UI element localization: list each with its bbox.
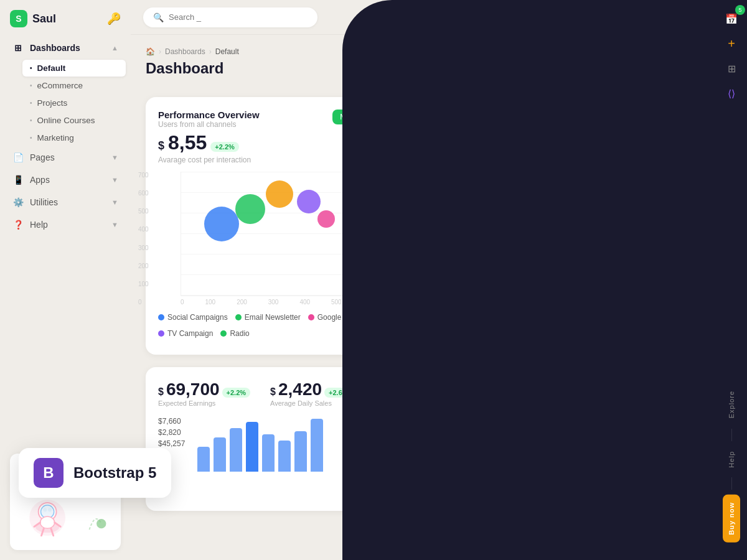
buy-label[interactable]: Buy now: [723, 495, 740, 543]
legend-dot-tv: [158, 330, 164, 337]
astronaut-illustration: [17, 493, 113, 543]
breadcrumb-home[interactable]: 🏠: [146, 47, 155, 56]
author-avatar-3: 🧔: [442, 279, 466, 302]
earnings-label-2: Average Daily Sales: [270, 399, 352, 407]
view-button-1[interactable]: →: [657, 213, 675, 231]
legend-label-radio: Radio: [230, 329, 249, 338]
table-row: 👨 Guy Hawkins Haiti 78.34% →: [442, 205, 688, 240]
bootstrap-icon: B: [34, 458, 63, 488]
legend-label-tv: TV Campaign: [167, 329, 213, 338]
saas-icon: 🖥️: [454, 144, 470, 159]
chart-container: 700 600 500 400 300 200 100 0: [158, 172, 405, 306]
grid-rp-icon[interactable]: ⊞: [720, 57, 743, 80]
nav-sub-ecommerce[interactable]: eCommerce: [22, 77, 126, 94]
dollar-sign-2: $: [270, 386, 276, 398]
apps-chevron: ▼: [111, 176, 118, 184]
cat-tab-saas[interactable]: 🖥️ SaaS: [442, 139, 482, 175]
svg-point-10: [48, 508, 52, 512]
topbar: 🔍 📅 🔔 👩 ⚙️: [131, 0, 716, 35]
help-chevron: ▼: [111, 221, 118, 228]
search-box[interactable]: 🔍: [143, 7, 317, 27]
view-button-4[interactable]: →: [657, 316, 675, 334]
utilities-icon: ⚙️: [12, 197, 24, 208]
amount-3: $45,257: [158, 439, 185, 448]
nav-sub-online-courses[interactable]: Online Courses: [22, 112, 126, 129]
sales-goal: Another $48,346 to Goal: [442, 432, 688, 441]
legend-label-email: Email Newsletter: [245, 313, 301, 322]
view-button-2[interactable]: →: [657, 248, 675, 265]
earnings-metrics: $ 69,700 +2.2% Expected Earnings $ 2,420…: [158, 380, 405, 407]
author-name-2: Jane Cooper: [472, 248, 521, 258]
authors-table-header: AUTHOR CONV. CHART VIEW: [442, 185, 688, 200]
author-country-4: Mexico: [472, 326, 523, 334]
authors-card-header: Authors Achievements Avg. 69.34% Conv. R…: [442, 110, 688, 136]
create-project-button[interactable]: Create Project: [621, 63, 701, 85]
calendar-rp-container: 📅 5: [720, 7, 743, 30]
bell-icon[interactable]: 🔔: [626, 6, 649, 29]
crypto-icon: 💰: [499, 144, 515, 159]
tab-week[interactable]: Week: [371, 110, 405, 124]
authors-card: Authors Achievements Avg. 69.34% Conv. R…: [430, 97, 701, 355]
nav-item-dashboards[interactable]: ⊞ Dashboards ▲: [5, 37, 126, 58]
search-input[interactable]: [169, 12, 308, 22]
sales-y-labels: $24K $20.5K: [442, 449, 688, 456]
nav-sub-marketing[interactable]: Marketing: [22, 129, 126, 146]
nav-item-apps[interactable]: 📱 Apps ▼: [5, 169, 126, 190]
calendar-badge: 5: [735, 5, 745, 15]
logo: S Saul: [10, 10, 56, 27]
nav-help-label: Help: [30, 220, 48, 230]
view-button-3[interactable]: →: [657, 282, 675, 299]
earnings-val-2: $ 2,420 +2.6%: [270, 380, 352, 399]
category-tabs: 🖥️ SaaS 💰 Crypto 👥 Social 📱 Mobile: [442, 139, 688, 175]
col-chart: CHART: [595, 187, 657, 195]
cat-tab-crypto[interactable]: 💰 Crypto: [487, 139, 527, 175]
user-avatar[interactable]: 👩: [654, 6, 676, 29]
author-conv-4: 63.08%: [545, 320, 595, 330]
tab-month[interactable]: Month: [332, 110, 368, 124]
performance-card: Performance Overview Users from all chan…: [146, 97, 417, 355]
earnings-badge-1: +2.2%: [222, 388, 251, 398]
earnings-number-2: 2,420: [278, 380, 322, 399]
nav-item-utilities[interactable]: ⚙️ Utilities ▼: [5, 192, 126, 213]
nav-pages-label: Pages: [30, 152, 55, 162]
breadcrumb-dashboards[interactable]: Dashboards: [165, 47, 205, 56]
table-row: 👩 Jane Cooper Monaco 63.83% →: [442, 240, 688, 274]
sales-card: Sales This Months Users from all channel…: [430, 367, 701, 511]
main-content: 🔍 📅 🔔 👩 ⚙️ 🏠 › Dashboards › Default Dash…: [131, 0, 716, 560]
pages-icon: 📄: [12, 152, 24, 163]
code-rp-icon[interactable]: ⟨⟩: [720, 82, 743, 105]
plus-rp-icon[interactable]: +: [720, 32, 743, 55]
cat-tab-social[interactable]: 👥 Social: [532, 139, 571, 175]
chart-x-labels: 0 100 200 300 400 500 600 700: [181, 296, 405, 306]
legend-label-google: Google Ads: [317, 313, 356, 322]
cat-tab-others[interactable]: 📂 Others: [621, 139, 661, 175]
author-chart-3: [595, 282, 645, 299]
svg-point-11: [96, 519, 106, 528]
saas-label: SaaS: [454, 162, 471, 169]
back-icon[interactable]: 🔑: [107, 12, 121, 26]
bubble-1: [204, 207, 239, 241]
author-info-3: 🧔 Jacob Jones Poland: [442, 279, 545, 302]
author-chart-1: [595, 213, 645, 231]
author-info-4: 👨‍🦱 Cody Fishers Mexico: [442, 313, 545, 337]
nav-item-pages[interactable]: 📄 Pages ▼: [5, 147, 126, 168]
legend-google: Google Ads: [308, 313, 356, 322]
nav-utilities-label: Utilities: [30, 197, 58, 207]
bar-7: [294, 431, 307, 472]
help-icon: ❓: [12, 219, 24, 230]
nav-sub-default[interactable]: Default: [22, 60, 126, 77]
metric-dollar: $: [158, 139, 164, 152]
search-icon: 🔍: [153, 12, 164, 22]
settings-icon[interactable]: ⚙️: [681, 6, 703, 29]
help-label[interactable]: Help: [728, 446, 735, 473]
sales-chart: [442, 459, 688, 496]
cat-tab-mobile[interactable]: 📱 Mobile: [576, 139, 616, 175]
nav-item-help[interactable]: ❓ Help ▼: [5, 214, 126, 235]
nav-sub-projects[interactable]: Projects: [22, 95, 126, 111]
col-view: VIEW: [657, 187, 688, 195]
legend-dot-social: [158, 314, 164, 320]
bar-1: [197, 447, 210, 472]
calendar-icon[interactable]: 📅: [599, 6, 621, 29]
explore-label[interactable]: Explore: [728, 386, 735, 423]
dollar-sign-1: $: [158, 386, 164, 398]
